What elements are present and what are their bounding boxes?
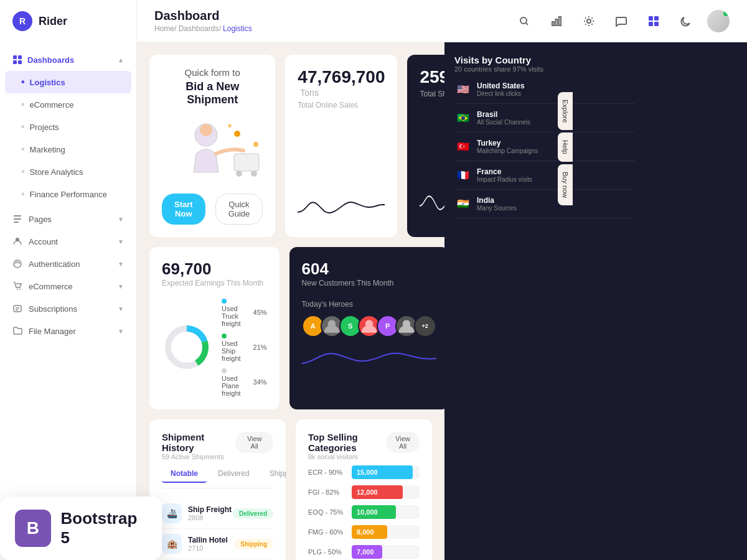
bootstrap-watermark: B Bootstrap 5: [0, 497, 162, 560]
user-avatar[interactable]: [707, 10, 730, 32]
tab-shipping[interactable]: Shipping: [261, 465, 286, 483]
subscriptions-nav[interactable]: Subscriptions ▼: [0, 297, 136, 320]
shipments-number: 259,786: [420, 67, 444, 86]
bottom-row: Shipment History 59 Active Shipments Vie…: [149, 419, 432, 560]
file-manager-nav[interactable]: File Manager ▼: [0, 320, 136, 342]
svg-rect-6: [14, 222, 19, 223]
br-flag: 🇧🇷: [454, 112, 472, 124]
sidebar-item-marketing[interactable]: Marketing: [0, 138, 136, 161]
svg-rect-0: [13, 55, 17, 59]
bar-track-ecr: 15,000: [352, 465, 420, 479]
bar-label-fgi: FGI - 82%: [308, 488, 345, 496]
freight-legend: Used Truck freight 45% Used Ship freight…: [222, 297, 267, 397]
shipment-history-header: Shipment History 59 Active Shipments Vie…: [162, 432, 273, 460]
sidebar-item-projects[interactable]: Projects: [0, 116, 136, 138]
earnings-label: Expected Earnings This Month: [162, 279, 267, 287]
svg-rect-13: [552, 22, 554, 26]
bar-label-eoq: EOQ - 75%: [308, 508, 345, 516]
authentication-nav[interactable]: Authentication ▼: [0, 253, 136, 275]
account-icon: [12, 236, 22, 246]
bar-label-ecr: ECR - 90%: [308, 469, 345, 476]
sidebar-item-store-analytics[interactable]: Store Analytics: [0, 161, 136, 183]
header-actions: [513, 10, 730, 32]
svg-point-22: [200, 124, 212, 136]
ecommerce-nav[interactable]: eCommerce ▼: [0, 275, 136, 297]
plane-freight-legend: Used Plane freight 34%: [222, 367, 267, 397]
customers-label: New Customers This Month: [302, 279, 436, 287]
shipment-view-all-button[interactable]: View All: [235, 432, 273, 453]
svg-point-12: [520, 17, 527, 24]
quick-form-subtitle: Bid a New Shipment: [162, 80, 263, 106]
grid-view-icon[interactable]: [642, 10, 665, 32]
bar-fill-fgi: 12,000: [352, 485, 403, 499]
dashboards-header[interactable]: Dashboards ▲: [0, 49, 136, 71]
chevron-down-icon-4: ▼: [118, 283, 124, 290]
account-nav[interactable]: Account ▼: [0, 230, 136, 253]
buy-now-tab[interactable]: Buy now: [558, 164, 573, 205]
content-inner: Quick form to Bid a New Shipment: [137, 42, 444, 560]
svg-rect-1: [18, 55, 22, 59]
svg-rect-17: [649, 16, 653, 21]
bar-row-ecr: ECR - 90% 15,000: [308, 465, 420, 479]
shipment-item-2: 🏨 Tallin Hotel 2710 Shipping: [162, 529, 273, 559]
messages-icon[interactable]: [610, 10, 632, 32]
settings-icon[interactable]: [578, 10, 600, 32]
svg-rect-11: [14, 306, 21, 312]
bar-label-plg: PLG - 50%: [308, 548, 345, 556]
sidebar-item-ecommerce[interactable]: eCommerce: [0, 93, 136, 116]
chevron-down-icon: ▼: [118, 216, 124, 223]
dark-background-curve: [635, 42, 747, 403]
svg-point-26: [234, 131, 240, 137]
shipments-chart: [420, 106, 444, 225]
svg-rect-2: [13, 60, 17, 64]
online-indicator: [723, 11, 728, 16]
help-tab[interactable]: Help: [558, 133, 573, 162]
heroes-title: Today's Heroes: [302, 300, 436, 309]
ecommerce-icon: [12, 281, 22, 291]
new-customers-card: 604 New Customers This Month Today's Her…: [289, 247, 444, 409]
pages-nav[interactable]: Pages ▼: [0, 208, 136, 230]
shipment-name-2: Tallin Hotel: [188, 536, 234, 544]
analytics-icon[interactable]: [545, 10, 568, 32]
start-now-button[interactable]: Start Now: [162, 194, 205, 225]
app-name: Rider: [39, 15, 67, 28]
ship-freight-icon: 🚢: [162, 503, 182, 523]
sidebar-navigation: Dashboards ▲ Logistics eCommerce Project…: [0, 42, 136, 560]
selling-view-all-button[interactable]: View All: [386, 432, 420, 453]
header: Dashboard Home/ Dashboards/ Logistics: [137, 0, 747, 42]
sidebar-item-finance-performance[interactable]: Finance Performance: [0, 183, 136, 205]
pages-icon: [12, 214, 22, 224]
explore-tab[interactable]: Explore: [558, 92, 573, 130]
hotel-icon: 🏨: [162, 534, 182, 554]
svg-rect-15: [559, 17, 561, 26]
page-title: Dashboard: [154, 9, 252, 23]
total-shipments-card: 259,786 Total Shipments: [407, 55, 444, 237]
tab-notable[interactable]: Notable: [162, 465, 207, 483]
shipment-history-subtitle: 59 Active Shipments: [162, 453, 235, 460]
heroes-section: Today's Heroes A S P: [302, 300, 436, 337]
bootstrap-icon: B: [15, 510, 51, 547]
search-icon[interactable]: [513, 10, 535, 32]
earnings-number: 69,700: [162, 259, 267, 279]
sidebar-item-logistics[interactable]: Logistics: [5, 71, 131, 93]
bar-row-plg: PLG - 50% 7,000: [308, 545, 420, 559]
bootstrap-text: Bootstrap 5: [61, 509, 147, 548]
bar-row-fgi: FGI - 82% 12,000: [308, 485, 420, 499]
dark-mode-icon[interactable]: [675, 10, 697, 32]
online-sales-unit: Tons: [300, 88, 319, 98]
bar-label-fmg: FMG - 60%: [308, 528, 345, 536]
bar-track-plg: 7,000: [352, 545, 420, 559]
in-flag: 🇮🇳: [454, 198, 472, 210]
tab-delivered[interactable]: Delivered: [209, 465, 258, 483]
svg-rect-14: [556, 19, 558, 26]
logo-icon: R: [12, 11, 32, 31]
quick-guide-button[interactable]: Quick Guide: [215, 194, 263, 225]
hero-avatar-more: +2: [414, 315, 436, 337]
quick-form-title: Quick form to: [185, 67, 240, 78]
visits-subtitle: 20 countries share 97% visits: [454, 65, 543, 73]
shipments-label: Total Shipments: [420, 90, 444, 98]
chevron-down-icon-6: ▼: [118, 328, 124, 335]
svg-rect-4: [14, 215, 21, 217]
main-area: Dashboard Home/ Dashboards/ Logistics: [137, 0, 747, 560]
content-wrapper: Quick form to Bid a New Shipment: [137, 42, 747, 560]
